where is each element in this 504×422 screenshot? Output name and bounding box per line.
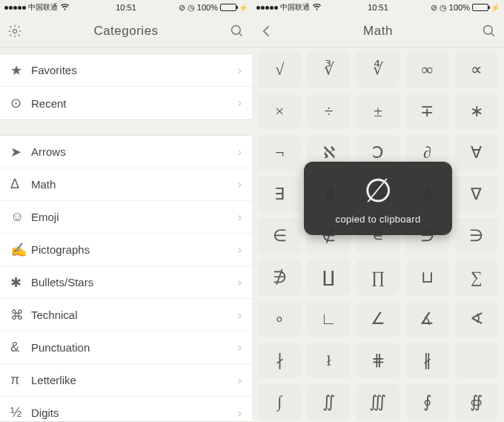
symbol-cell[interactable]: ∦: [405, 343, 448, 378]
symbol-cell[interactable]: ∏: [357, 260, 399, 295]
battery-pct: 100%: [197, 3, 218, 12]
charging-icon: ⚡: [239, 4, 248, 12]
symbol-cell[interactable]: ∛: [307, 52, 350, 88]
symbol-grid: √∛∜∞∝×÷±∓∗¬ℵƆ∂∀∃∄∅∆∇∈∉∊∋∋∌∐∏⊔∑∘∟∠∡∢∤ł⋕∦∫…: [258, 52, 498, 420]
row-icon: ★: [10, 62, 31, 79]
symbol-cell[interactable]: ∐: [307, 260, 350, 295]
symbol-cell[interactable]: ∟: [307, 301, 350, 337]
chevron-right-icon: ›: [238, 145, 242, 159]
svg-line-2: [239, 33, 242, 36]
row-icon: π: [10, 372, 31, 388]
search-button[interactable]: [474, 24, 497, 39]
svg-line-4: [491, 33, 494, 36]
battery-icon: [220, 4, 236, 11]
symbol-cell[interactable]: ∑: [455, 260, 498, 295]
symbol-cell[interactable]: ¬: [258, 135, 301, 171]
back-button[interactable]: [259, 24, 282, 39]
symbol-cell[interactable]: ∌: [258, 260, 301, 295]
clock-icon: ◷: [188, 3, 195, 13]
symbol-cell[interactable]: ∞: [405, 52, 448, 88]
symbol-cell[interactable]: ∫: [258, 384, 301, 420]
symbol-cell[interactable]: ł: [307, 343, 350, 378]
list-row-technical[interactable]: ⌘Technical›: [0, 299, 252, 332]
symbol-cell[interactable]: [455, 343, 498, 378]
symbol-cell[interactable]: ∠: [357, 301, 399, 337]
battery-pct: 100%: [449, 3, 470, 12]
row-label: Emoji: [31, 211, 238, 223]
symbol-cell[interactable]: ∘: [258, 301, 301, 337]
row-label: Pictographs: [31, 243, 238, 256]
row-label: Letterlike: [31, 374, 238, 386]
charging-icon: ⚡: [491, 4, 500, 12]
row-icon: ➤: [10, 144, 31, 160]
symbol-cell[interactable]: ∗: [455, 93, 498, 129]
row-label: Punctuation: [31, 341, 238, 354]
symbol-cell[interactable]: ∓: [405, 93, 448, 129]
list-row-recent[interactable]: ⊙Recent›: [0, 87, 252, 119]
chevron-right-icon: ›: [238, 243, 242, 257]
status-bar: 中国联通 10:51 ⊘ ◷ 100% ⚡: [0, 0, 252, 15]
chevron-right-icon: ›: [238, 178, 242, 191]
row-icon: ⊙: [10, 95, 31, 111]
symbol-cell[interactable]: ∇: [455, 177, 498, 212]
list-row-bullets-stars[interactable]: ✱Bullets/Stars›: [0, 266, 252, 299]
nav-title: Categories: [93, 24, 158, 39]
symbol-cell[interactable]: ∭: [357, 384, 399, 420]
symbol-cell[interactable]: ⋕: [357, 343, 399, 378]
battery-icon: [472, 4, 488, 11]
row-label: Favorites: [31, 64, 238, 76]
categories-list: ➤Arrows›ΔMath›☺Emoji›✍Pictographs›✱Bulle…: [0, 135, 252, 422]
chevron-right-icon: ›: [238, 341, 242, 355]
symbol-cell[interactable]: ∋: [455, 218, 498, 254]
math-screen: 中国联通 10:51 ⊘ ◷ 100% ⚡ Math √∛∜∞∝×÷±∓∗¬ℵƆ…: [252, 0, 504, 422]
status-bar: 中国联通 10:51 ⊘ ◷ 100% ⚡: [252, 0, 504, 15]
symbol-cell[interactable]: ∮: [405, 384, 448, 420]
list-row-favorites[interactable]: ★Favorites›: [0, 54, 252, 87]
row-icon: ⌘: [10, 307, 31, 323]
chevron-right-icon: ›: [238, 309, 242, 322]
symbol-cell[interactable]: ∀: [455, 135, 498, 171]
settings-button[interactable]: [7, 24, 30, 39]
symbol-cell[interactable]: √: [258, 52, 301, 88]
symbol-cell[interactable]: ∃: [258, 177, 301, 212]
row-icon: Δ: [10, 177, 31, 192]
list-row-letterlike[interactable]: πLetterlike›: [0, 364, 252, 397]
row-label: Bullets/Stars: [31, 276, 238, 289]
list-row-pictographs[interactable]: ✍Pictographs›: [0, 234, 252, 266]
row-icon: ½: [10, 405, 31, 421]
symbol-cell[interactable]: ∝: [455, 52, 498, 88]
svg-point-1: [232, 25, 241, 34]
symbol-cell[interactable]: ⊔: [405, 260, 448, 295]
symbol-cell[interactable]: ±: [357, 93, 399, 129]
chevron-right-icon: ›: [238, 96, 242, 110]
row-label: Arrows: [31, 145, 238, 158]
categories-screen: 中国联通 10:51 ⊘ ◷ 100% ⚡ Categories ★Favori…: [0, 0, 252, 422]
carrier-label: 中国联通: [280, 2, 310, 13]
list-row-emoji[interactable]: ☺Emoji›: [0, 201, 252, 234]
status-time: 10:51: [368, 3, 388, 12]
symbol-cell[interactable]: ∜: [357, 52, 399, 88]
symbol-cell[interactable]: ÷: [307, 93, 350, 129]
symbol-cell[interactable]: ∤: [258, 343, 301, 378]
symbol-cell[interactable]: ∢: [455, 301, 498, 337]
row-icon: ☺: [10, 209, 31, 225]
list-row-arrows[interactable]: ➤Arrows›: [0, 136, 252, 168]
chevron-right-icon: ›: [238, 64, 242, 77]
search-button[interactable]: [222, 24, 245, 39]
carrier-label: 中国联通: [28, 2, 58, 13]
symbol-cell[interactable]: ∯: [455, 384, 498, 420]
symbol-cell[interactable]: ∡: [405, 301, 448, 337]
chevron-right-icon: ›: [238, 211, 242, 224]
list-row-digits[interactable]: ½Digits›: [0, 397, 252, 422]
alarm-icon: ⊘: [431, 3, 437, 13]
nav-bar: Math: [252, 15, 504, 47]
nav-bar: Categories: [0, 15, 252, 47]
symbol-cell[interactable]: ∬: [307, 384, 350, 420]
list-row-punctuation[interactable]: &Punctuation›: [0, 332, 252, 364]
list-row-math[interactable]: ΔMath›: [0, 168, 252, 201]
symbol-cell[interactable]: ×: [258, 93, 301, 129]
row-label: Technical: [31, 309, 238, 321]
symbol-cell[interactable]: ∈: [258, 218, 301, 254]
signal-dots-icon: [256, 6, 278, 10]
chevron-right-icon: ›: [238, 374, 242, 387]
